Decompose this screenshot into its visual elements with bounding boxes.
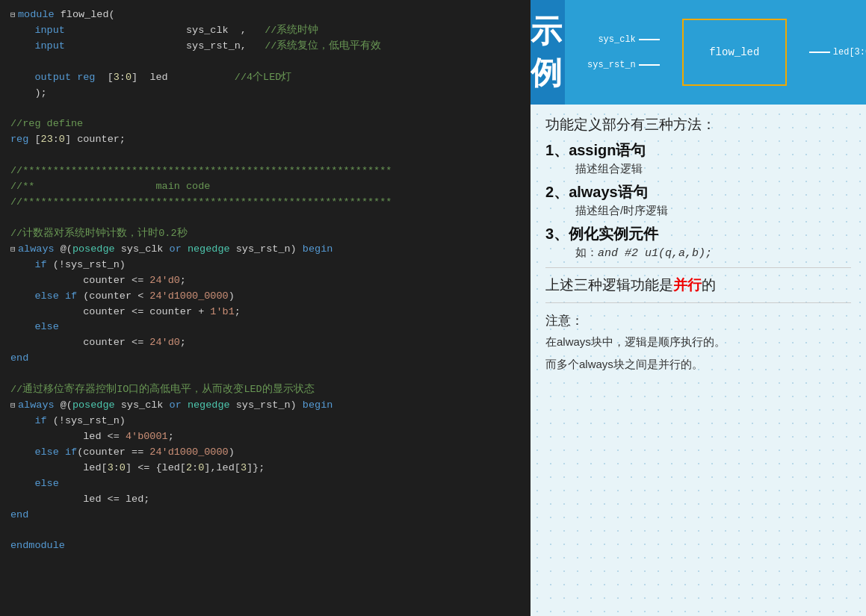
method-1-desc: 描述组合逻辑	[575, 162, 851, 176]
module-diagram: sys_clk sys_rst_n flow_led	[565, 0, 866, 105]
right-text-content: 功能定义部分有三种方法： 1、assign语句 描述组合逻辑 2、always语…	[531, 105, 866, 384]
module-name-label: flow_led	[709, 46, 759, 58]
parallel-suffix: 的	[702, 277, 716, 293]
method-1-number: 1、	[545, 142, 569, 158]
input-signals: sys_clk sys_rst_n	[587, 34, 660, 70]
sys-clk-wire	[639, 39, 660, 40]
led-wire	[809, 52, 830, 53]
code-content: ⊟module flow_led( input sys_clk , //系统时钟…	[10, 7, 520, 554]
title-text: 示例	[531, 10, 565, 94]
method-1-name: assign语句	[569, 142, 646, 158]
sys-rst-wire	[639, 64, 660, 66]
signal-sys-clk: sys_clk	[598, 34, 659, 45]
divider	[545, 267, 851, 268]
signal-led: led[3:0]	[809, 47, 866, 57]
divider2	[545, 302, 851, 303]
method-2: 2、always语句	[545, 182, 851, 202]
method-1: 1、assign语句	[545, 140, 851, 161]
right-panel: 示例 sys_clk sys_rst_n flow_led	[531, 0, 866, 616]
method-2-number: 2、	[545, 184, 569, 200]
method-3: 3、例化实例元件	[545, 224, 851, 244]
note-line-2: 而多个always块之间是并行的。	[545, 355, 851, 374]
intro-title: 功能定义部分有三种方法：	[545, 115, 851, 134]
note-line-1: 在always块中，逻辑是顺序执行的。	[545, 332, 851, 352]
example-title-label: 示例	[531, 0, 565, 105]
parallel-prefix: 上述三种逻辑功能是	[545, 277, 673, 293]
code-editor: ⊟module flow_led( input sys_clk , //系统时钟…	[0, 0, 531, 616]
method-3-desc: 如：and #2 u1(q,a,b);	[575, 246, 851, 260]
method-2-name: always语句	[569, 184, 648, 200]
method-3-name: 例化实例元件	[569, 225, 658, 242]
output-signals: led[3:0]	[809, 47, 866, 57]
method-3-number: 3、	[545, 225, 569, 242]
method-3-code: and #2 u1(q,a,b);	[598, 247, 712, 260]
signal-sys-rst-n: sys_rst_n	[587, 60, 660, 70]
parallel-highlight: 并行	[673, 277, 702, 293]
sys-rst-label: sys_rst_n	[587, 60, 636, 70]
led-label: led[3:0]	[833, 47, 866, 57]
module-box: flow_led	[682, 19, 787, 86]
parallel-statement: 上述三种逻辑功能是并行的	[545, 276, 851, 295]
method-2-desc: 描述组合/时序逻辑	[575, 204, 851, 218]
note-section-title: 注意：	[545, 312, 851, 329]
diagram-section: 示例 sys_clk sys_rst_n flow_led	[531, 0, 866, 105]
sys-clk-label: sys_clk	[598, 34, 635, 45]
